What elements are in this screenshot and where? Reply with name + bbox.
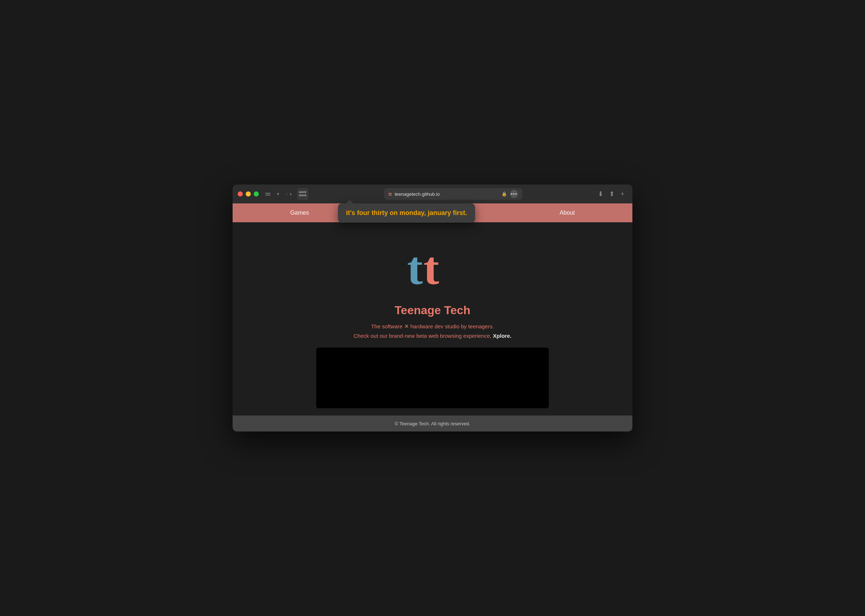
share-icon[interactable]: ⬆	[609, 190, 614, 198]
nav-item-games[interactable]: Games	[276, 207, 323, 219]
xplore-pre: Check out our brand-new beta web browsin…	[354, 333, 493, 339]
close-button[interactable]	[238, 192, 243, 196]
browser-content: Games Support About t t Teenage Tech The…	[233, 203, 632, 432]
tooltip-text: it's four thirty on monday, january firs…	[346, 209, 467, 217]
forward-button: ›	[290, 191, 291, 197]
address-bar-wrapper: tt teenagetech.github.io 🔒 •••	[312, 188, 595, 200]
download-icon[interactable]: ⬇	[598, 190, 603, 198]
tab-label: word clock	[299, 191, 306, 197]
site-footer: © Teenage Tech. All rights reserved.	[233, 415, 632, 432]
subtitle-pre: The software	[371, 323, 404, 329]
options-button[interactable]: •••	[510, 190, 518, 198]
main-content: t t Teenage Tech The software ✕ hardware…	[233, 222, 632, 415]
tab-favicon[interactable]: word clock	[297, 188, 309, 200]
browser-window: ▾ ‹ › word clock tt teenagetech.github.i…	[233, 184, 632, 432]
title-bar: ▾ ‹ › word clock tt teenagetech.github.i…	[233, 184, 632, 203]
xplore-link[interactable]: Xplore.	[493, 333, 511, 339]
lock-icon: 🔒	[501, 192, 507, 196]
toolbar-right: ⬇ ⬆ +	[598, 190, 627, 198]
x-symbol: ✕	[404, 323, 409, 329]
fullscreen-button[interactable]	[254, 192, 259, 196]
new-tab-icon[interactable]: +	[621, 190, 624, 198]
tooltip: it's four thirty on monday, january firs…	[338, 203, 475, 223]
traffic-lights	[238, 192, 259, 196]
xplore-line: Check out our brand-new beta web browsin…	[354, 333, 511, 339]
svg-text:t: t	[407, 242, 423, 294]
chevron-down-icon: ▾	[277, 192, 279, 196]
nav-item-about[interactable]: About	[545, 207, 589, 219]
back-button[interactable]: ‹	[286, 191, 287, 197]
site-icon: tt	[389, 192, 392, 197]
sidebar-toggle-button[interactable]	[265, 191, 273, 197]
site-logo: t t	[403, 237, 462, 295]
nav-arrows: ‹ ›	[286, 191, 292, 197]
minimize-button[interactable]	[246, 192, 251, 196]
address-bar[interactable]: tt teenagetech.github.io 🔒 •••	[384, 188, 522, 200]
url-text: teenagetech.github.io	[395, 192, 499, 197]
site-title: Teenage Tech	[395, 304, 471, 317]
svg-text:t: t	[424, 242, 439, 294]
subtitle-post: hardware dev studio by teenagers.	[409, 323, 494, 329]
logo-container: t t	[403, 237, 462, 296]
subtitle: The software ✕ hardware dev studio by te…	[371, 323, 494, 330]
content-video	[316, 347, 549, 408]
footer-text: © Teenage Tech. All rights reserved.	[395, 421, 470, 426]
